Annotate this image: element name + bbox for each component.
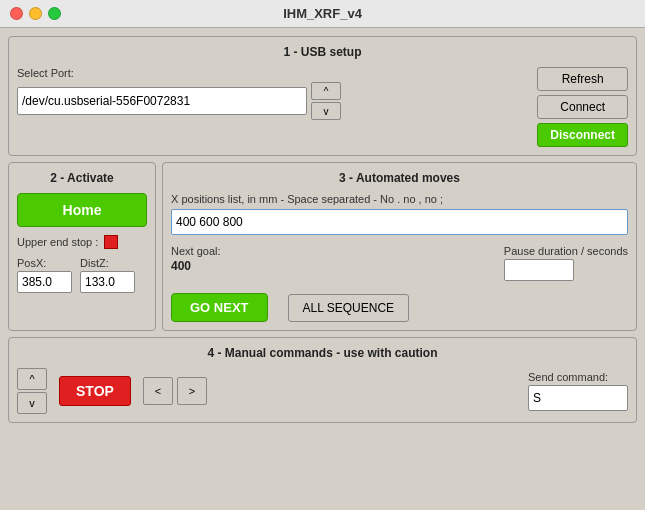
disconnect-button[interactable]: Disconnect [537, 123, 628, 147]
manual-right-button[interactable]: > [177, 377, 207, 405]
app-title: IHM_XRF_v4 [283, 6, 362, 21]
usb-right: Refresh Connect Disconnect [537, 67, 628, 147]
port-arrows: ^ v [311, 82, 341, 120]
posx-label: PosX: [17, 257, 72, 269]
posx-input[interactable] [17, 271, 72, 293]
title-bar: IHM_XRF_v4 [0, 0, 645, 28]
port-up-button[interactable]: ^ [311, 82, 341, 100]
refresh-button[interactable]: Refresh [537, 67, 628, 91]
next-goal-label: Next goal: [171, 245, 221, 257]
next-goal-group: Next goal: 400 [171, 245, 221, 273]
upper-end-stop-indicator [104, 235, 118, 249]
action-buttons: GO NEXT ALL SEQUENCE [171, 293, 628, 322]
activate-section-title: 2 - Activate [17, 171, 147, 185]
home-button[interactable]: Home [17, 193, 147, 227]
manual-down-button[interactable]: v [17, 392, 47, 414]
distz-group: DistZ: [80, 257, 135, 293]
port-input[interactable] [17, 87, 307, 115]
automated-section-title: 3 - Automated moves [171, 171, 628, 185]
pause-label: Pause duration / seconds [504, 245, 628, 257]
up-down-group: ^ v [17, 368, 47, 414]
goals-row: Next goal: 400 Pause duration / seconds [171, 245, 628, 281]
port-down-button[interactable]: v [311, 102, 341, 120]
x-positions-input[interactable] [171, 209, 628, 235]
activate-panel: 2 - Activate Home Upper end stop : PosX:… [8, 162, 156, 331]
next-goal-value: 400 [171, 259, 221, 273]
all-sequence-button[interactable]: ALL SEQUENCE [288, 294, 410, 322]
manual-inner: ^ v STOP < > Send command: [17, 368, 628, 414]
manual-up-button[interactable]: ^ [17, 368, 47, 390]
send-command-group: Send command: [528, 371, 628, 411]
usb-panel: 1 - USB setup Select Port: ^ v Refresh C… [8, 36, 637, 156]
posx-group: PosX: [17, 257, 72, 293]
usb-left: Select Port: ^ v [17, 67, 341, 120]
send-command-label: Send command: [528, 371, 628, 383]
stop-button[interactable]: STOP [59, 376, 131, 406]
manual-panel: 4 - Manual commands - use with caution ^… [8, 337, 637, 423]
position-row: PosX: DistZ: [17, 257, 147, 293]
pause-input[interactable] [504, 259, 574, 281]
minimize-button[interactable] [29, 7, 42, 20]
manual-left-button[interactable]: < [143, 377, 173, 405]
maximize-button[interactable] [48, 7, 61, 20]
distz-input[interactable] [80, 271, 135, 293]
close-button[interactable] [10, 7, 23, 20]
upper-end-stop-row: Upper end stop : [17, 235, 147, 249]
lr-group: < > [143, 377, 207, 405]
automated-panel: 3 - Automated moves X positions list, in… [162, 162, 637, 331]
connect-button[interactable]: Connect [537, 95, 628, 119]
distz-label: DistZ: [80, 257, 135, 269]
select-port-label: Select Port: [17, 67, 341, 79]
upper-end-stop-label: Upper end stop : [17, 236, 98, 248]
go-next-button[interactable]: GO NEXT [171, 293, 268, 322]
usb-section-title: 1 - USB setup [17, 45, 628, 59]
x-positions-label: X positions list, in mm - Space separate… [171, 193, 628, 205]
send-command-input[interactable] [528, 385, 628, 411]
manual-section-title: 4 - Manual commands - use with caution [17, 346, 628, 360]
window-controls [10, 7, 61, 20]
pause-group: Pause duration / seconds [504, 245, 628, 281]
